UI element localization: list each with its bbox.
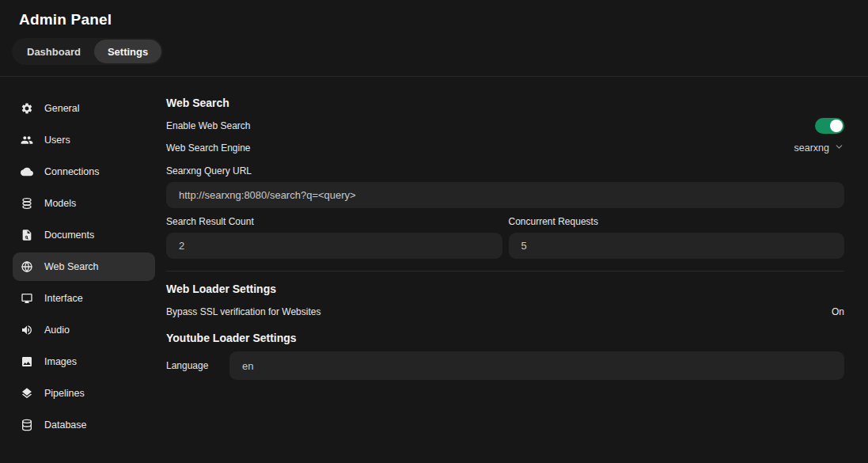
sidebar-item-label: General [44, 103, 79, 114]
sidebar-item-label: Documents [44, 230, 94, 241]
layers-icon [21, 387, 33, 400]
sidebar-item-label: Connections [44, 166, 100, 177]
users-icon [21, 134, 33, 146]
image-icon [21, 355, 33, 368]
web-loader-section-title: Web Loader Settings [166, 283, 844, 295]
youtube-language-row: Language [166, 351, 844, 380]
sidebar-item-label: Models [44, 198, 76, 209]
search-result-count-input[interactable] [166, 233, 502, 259]
language-label: Language [166, 360, 229, 371]
bypass-ssl-label: Bypass SSL verification for Websites [166, 306, 320, 317]
web-search-engine-label: Web Search Engine [166, 142, 251, 154]
sidebar-item-documents[interactable]: Documents [13, 221, 155, 249]
cloud-icon [21, 165, 33, 178]
sidebar-item-connections[interactable]: Connections [13, 157, 155, 186]
web-search-settings-panel: Web Search Enable Web Search Web Search … [166, 77, 868, 463]
sidebar-item-audio[interactable]: Audio [13, 316, 155, 344]
concurrent-requests-label: Concurrent Requests [509, 216, 845, 227]
search-options-grid: Search Result Count Concurrent Requests [166, 216, 844, 259]
sidebar-item-general[interactable]: General [13, 94, 155, 123]
sidebar-item-models[interactable]: Models [13, 189, 155, 218]
youtube-loader-section-title: Youtube Loader Settings [166, 332, 844, 344]
sidebar-item-web-search[interactable]: Web Search [13, 252, 155, 281]
page-header: Admin Panel Dashboard Settings [0, 0, 868, 77]
database-icon [21, 419, 33, 431]
sidebar-item-label: Audio [44, 324, 70, 336]
section-divider [166, 271, 844, 271]
sidebar-item-pipelines[interactable]: Pipelines [13, 379, 155, 408]
admin-panel-page: Admin Panel Dashboard Settings General U… [0, 0, 868, 463]
sidebar-item-label: Web Search [44, 261, 99, 272]
sidebar-item-label: Images [44, 356, 77, 367]
bypass-ssl-toggle-button[interactable]: On [832, 306, 844, 317]
sidebar-item-database[interactable]: Database [13, 411, 155, 439]
web-search-section-title: Web Search [166, 97, 844, 109]
speaker-icon [21, 324, 33, 336]
enable-web-search-label: Enable Web Search [166, 120, 251, 131]
sidebar-item-label: Pipelines [44, 388, 85, 399]
document-icon [21, 229, 33, 241]
page-title: Admin Panel [19, 10, 849, 29]
searxng-query-url-label: Searxng Query URL [166, 165, 844, 176]
enable-web-search-toggle[interactable] [815, 118, 844, 134]
sidebar-item-label: Database [44, 419, 87, 431]
sidebar-item-images[interactable]: Images [13, 347, 155, 376]
gear-icon [21, 102, 33, 115]
web-search-engine-value: searxng [794, 142, 829, 154]
search-result-count-label: Search Result Count [166, 216, 502, 227]
sidebar-item-label: Users [44, 135, 70, 146]
toggle-knob [830, 120, 843, 132]
sidebar-item-interface[interactable]: Interface [13, 284, 155, 313]
searxng-query-url-input[interactable] [166, 182, 844, 208]
sidebar-item-users[interactable]: Users [13, 126, 155, 154]
language-input[interactable] [229, 351, 844, 380]
sidebar-item-label: Interface [44, 293, 83, 304]
web-search-engine-select[interactable]: searxng [794, 141, 844, 155]
circle-stack-icon [21, 197, 33, 210]
header-tabs: Dashboard Settings [12, 38, 163, 65]
chevron-down-icon [834, 141, 844, 155]
bypass-ssl-row: Bypass SSL verification for Websites On [166, 305, 844, 318]
globe-icon [21, 260, 33, 273]
enable-web-search-row: Enable Web Search [166, 118, 844, 134]
tab-dashboard[interactable]: Dashboard [13, 40, 94, 63]
web-search-engine-row: Web Search Engine searxng [166, 140, 844, 156]
settings-sidebar: General Users Connections Models [0, 77, 166, 463]
monitor-icon [21, 292, 33, 305]
tab-settings[interactable]: Settings [94, 40, 161, 63]
concurrent-requests-input[interactable] [509, 233, 845, 259]
